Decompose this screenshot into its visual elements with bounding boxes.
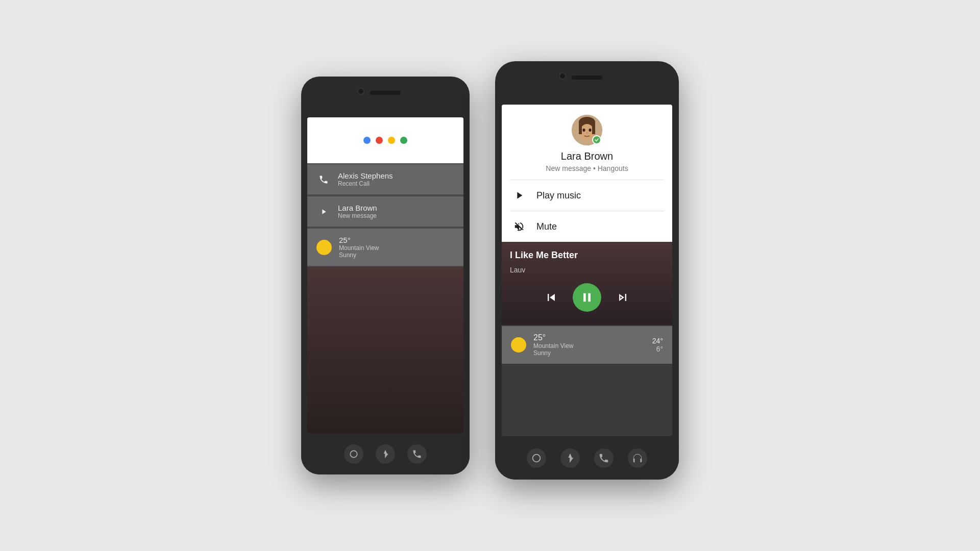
notif-call-sub: Recent Call [338, 180, 393, 187]
dot-blue [363, 137, 371, 144]
screen-back: Alexis Stephens Recent Call Lara Brown N… [307, 117, 463, 434]
svg-point-6 [589, 129, 592, 132]
weather-back-cond: Sunny [339, 252, 379, 259]
nav-navigate-back[interactable] [376, 444, 395, 464]
skip-prev-button[interactable] [542, 288, 560, 307]
play-music-icon [512, 188, 526, 203]
mute-label: Mute [536, 221, 557, 232]
contact-name: Lara Brown [561, 151, 613, 162]
weather-temp: 25° [533, 333, 645, 342]
dot-red [376, 137, 383, 144]
weather-back-text: 25° Mountain View Sunny [339, 236, 379, 259]
notification-message[interactable]: Lara Brown New message [307, 196, 463, 227]
nav-bar-front [495, 436, 679, 480]
google-header [307, 117, 463, 163]
notification-call[interactable]: Alexis Stephens Recent Call [307, 164, 463, 194]
weather-high: 24° [652, 337, 663, 345]
notif-call-text: Alexis Stephens Recent Call [338, 171, 393, 187]
weather-right: 24° 6° [652, 337, 663, 353]
pause-button[interactable] [573, 283, 601, 312]
svg-point-0 [350, 450, 357, 457]
svg-rect-9 [592, 124, 595, 134]
svg-point-7 [586, 132, 588, 134]
notif-msg-text: Lara Brown New message [338, 204, 377, 219]
notif-call-title: Alexis Stephens [338, 171, 393, 180]
weather-front[interactable]: 25° Mountain View Sunny 24° 6° [502, 326, 672, 364]
action-mute[interactable]: Mute [502, 211, 672, 242]
player-controls [510, 278, 664, 317]
dot-yellow [388, 137, 395, 144]
mute-icon [512, 219, 526, 234]
sun-icon-front [511, 337, 526, 353]
camera-back [357, 88, 364, 95]
avatar-container [572, 115, 602, 145]
notif-msg-title: Lara Brown [338, 204, 377, 212]
nav-home-back[interactable] [344, 444, 363, 464]
play-music-label: Play music [536, 190, 581, 201]
skip-next-button[interactable] [614, 288, 632, 307]
nav-bar-back [301, 434, 470, 474]
svg-rect-8 [579, 124, 582, 134]
weather-back-loc: Mountain View [339, 244, 379, 252]
phone-back: Alexis Stephens Recent Call Lara Brown N… [301, 77, 470, 474]
weather-low: 6° [652, 345, 663, 353]
notif-msg-sub: New message [338, 212, 377, 219]
weather-loc: Mountain View [533, 342, 645, 349]
action-play-music[interactable]: Play music [502, 180, 672, 211]
online-badge [592, 135, 601, 144]
nav-home-front[interactable] [527, 448, 546, 468]
weather-info: 25° Mountain View Sunny [533, 333, 645, 357]
sun-icon-back [316, 240, 332, 255]
svg-point-10 [533, 454, 541, 462]
camera-front [559, 72, 566, 80]
song-artist: Lauv [510, 266, 664, 274]
phone-icon [316, 172, 331, 187]
check-icon [594, 137, 599, 142]
weather-back-temp: 25° [339, 236, 379, 244]
popup-card: Lara Brown New message • Hangouts Play m… [502, 105, 672, 242]
weather-back[interactable]: 25° Mountain View Sunny [307, 229, 463, 266]
google-dots [363, 137, 407, 144]
play-icon-back [316, 205, 331, 219]
music-player: I Like Me Better Lauv [502, 242, 672, 325]
weather-cond: Sunny [533, 349, 645, 357]
speaker-back [370, 91, 401, 95]
nav-headphones-front[interactable] [628, 448, 647, 468]
song-title: I Like Me Better [510, 250, 664, 261]
svg-point-5 [583, 129, 585, 132]
speaker-front [572, 76, 602, 80]
contact-sub: New message • Hangouts [546, 164, 628, 172]
phone-front: Lara Brown New message • Hangouts Play m… [495, 61, 679, 480]
nav-navigate-front[interactable] [560, 448, 580, 468]
screen-front: Lara Brown New message • Hangouts Play m… [502, 105, 672, 436]
popup-header: Lara Brown New message • Hangouts [502, 105, 672, 180]
dot-green [400, 137, 407, 144]
back-screen-footer [307, 267, 463, 434]
nav-phone-front[interactable] [594, 448, 614, 468]
nav-phone-back[interactable] [407, 444, 427, 464]
phones-container: Alexis Stephens Recent Call Lara Brown N… [286, 46, 694, 505]
